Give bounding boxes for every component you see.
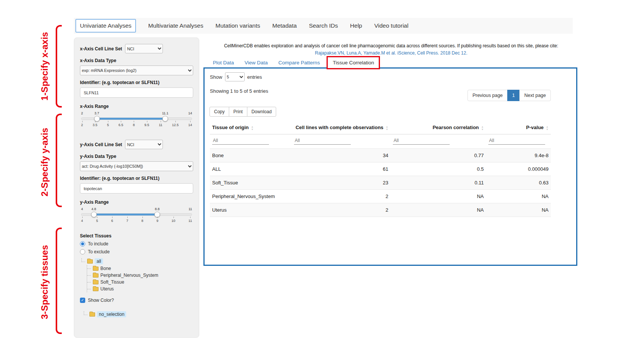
x-axis-data-type-select[interactable]: exp: mRNA Expression (log2) (80, 66, 193, 75)
x-slider-upper-handle[interactable] (162, 116, 168, 122)
table-filter-row (210, 134, 551, 148)
folder-icon (87, 259, 93, 264)
table-row[interactable]: Soft_Tissue 23 0.11 0.63 (210, 176, 551, 189)
tree-node-uterus[interactable]: Uterus (87, 286, 193, 292)
cell-tissue: Bone (210, 148, 292, 162)
cell-pearson: 0.77 (391, 148, 486, 162)
table-row[interactable]: ALL 61 0.5 0.000049 (210, 162, 551, 176)
top-nav: Univariate Analyses Multivariate Analyse… (74, 18, 573, 34)
x-axis-cell-line-set-label: x-Axis Cell Line Set (80, 46, 122, 51)
pearson-filter-input[interactable] (393, 137, 450, 145)
tab-plot-data[interactable]: Plot Data (208, 57, 239, 68)
folder-icon (93, 280, 98, 284)
x-axis-identifier-input[interactable] (80, 87, 193, 98)
tree-node-soft-tissue[interactable]: Soft_Tissue (87, 279, 193, 286)
nav-tab-metadata[interactable]: Metadata (272, 22, 297, 29)
next-page-button[interactable]: Next page (519, 90, 551, 101)
y-axis-range-label: y-Axis Range (80, 200, 193, 205)
include-radio-label: To include (88, 241, 108, 247)
citation-link[interactable]: Rajapakse.VN, Luna.A, Yamade.M et al. iS… (315, 50, 467, 56)
tree-node-all[interactable]: all (81, 257, 193, 265)
p-value-filter-input[interactable] (488, 137, 545, 145)
nav-tab-mutation-variants[interactable]: Mutation variants (216, 22, 260, 29)
y-slider-lower-handle[interactable] (91, 212, 97, 217)
tissues-include-radio[interactable]: To include (80, 241, 193, 247)
table-row[interactable]: Peripheral_Nervous_System 2 NA NA (210, 189, 551, 203)
column-header-p-value[interactable]: P-value (486, 121, 551, 134)
tab-compare-patterns[interactable]: Compare Patterns (273, 57, 325, 68)
nav-tab-univariate-analyses[interactable]: Univariate Analyses (75, 19, 136, 33)
copy-button[interactable]: Copy (209, 107, 229, 117)
cell-count: 34 (292, 148, 391, 162)
checkbox-checked-icon (80, 298, 85, 303)
cell-pearson: NA (391, 203, 486, 217)
table-header-row: Tissue of origin Cell lines with complet… (210, 121, 551, 134)
y-axis-data-type-label: y-Axis Data Type (80, 154, 193, 159)
cell-tissue: Peripheral_Nervous_System (210, 189, 292, 203)
show-color-checkbox[interactable]: Show Color? (80, 298, 193, 303)
correlation-table: Tissue of origin Cell lines with complet… (210, 121, 551, 217)
x-slider-track[interactable] (81, 117, 192, 120)
cell-pearson: 0.5 (391, 162, 486, 176)
show-label: Show (210, 74, 222, 80)
column-header-pearson-correlation[interactable]: Pearson correlation (391, 121, 486, 134)
y-slider-max-label: 11 (189, 207, 192, 211)
y-slider-from-label: 4.8 (91, 207, 96, 211)
print-button[interactable]: Print (229, 107, 247, 117)
x-slider-fill (97, 118, 165, 120)
y-axis-identifier-input[interactable] (80, 183, 193, 193)
nav-tab-search-ids[interactable]: Search IDs (309, 22, 338, 29)
radio-unselected-icon (80, 249, 85, 254)
control-sidebar: x-Axis Cell Line Set NCI x-Axis Data Typ… (74, 37, 199, 338)
nav-tab-multivariate-analyses[interactable]: Multivariate Analyses (148, 22, 203, 29)
y-axis-data-type-select[interactable]: act: Drug Activity (-log10[IC50M]) (80, 161, 193, 171)
previous-page-button[interactable]: Previous page (467, 90, 508, 101)
sort-icon[interactable] (546, 125, 549, 131)
y-axis-cell-line-set-select[interactable]: NCI (125, 140, 163, 149)
cell-p-value: 9.4e-8 (486, 148, 551, 162)
cell-lines-filter-input[interactable] (294, 137, 351, 145)
tree-node-no-selection[interactable]: no_selection (84, 311, 193, 318)
sort-icon[interactable] (251, 125, 254, 131)
tab-view-data[interactable]: View Data (239, 57, 273, 68)
y-slider-fill (94, 214, 157, 215)
y-slider-track[interactable] (81, 213, 192, 216)
column-header-cell-lines[interactable]: Cell lines with complete observations (292, 121, 391, 134)
tab-tissue-correlation[interactable]: Tissue Correlation (328, 57, 379, 68)
tree-node-label: Soft_Tissue (100, 279, 124, 285)
table-row[interactable]: Uterus 2 NA NA (210, 203, 551, 217)
y-slider-ticks: 4 5 6 7 8 9 10 11 (81, 219, 192, 223)
tree-node-bone[interactable]: Bone (87, 265, 193, 272)
show-color-label: Show Color? (88, 298, 114, 303)
download-button[interactable]: Download (247, 107, 276, 117)
page-size-select[interactable]: 5 (225, 72, 245, 81)
selection-tree: no_selection (84, 311, 193, 318)
y-axis-cell-line-set-label: y-Axis Cell Line Set (80, 142, 122, 147)
entries-label: entries (247, 74, 262, 80)
nav-tab-help[interactable]: Help (350, 22, 362, 29)
cell-p-value: 0.000049 (486, 162, 551, 176)
column-label: Cell lines with complete observations (295, 125, 383, 130)
tree-node-peripheral-nervous-system[interactable]: Peripheral_Nervous_System (87, 272, 193, 279)
sort-icon[interactable] (386, 125, 388, 131)
x-axis-cell-line-set-select[interactable]: NCI (125, 44, 163, 53)
x-axis-identifier-label: Identifier: (e.g. topotecan or SLFN11) (80, 80, 193, 85)
tissue-filter-input[interactable] (212, 137, 269, 145)
cell-tissue: Soft_Tissue (210, 176, 292, 189)
tree-connector-icon (81, 258, 85, 262)
x-slider-from-label: 3.7 (94, 111, 99, 115)
pagination: Previous page 1 Next page (468, 90, 551, 101)
column-header-tissue-of-origin[interactable]: Tissue of origin (210, 121, 292, 134)
tissues-exclude-radio[interactable]: To exclude (80, 249, 193, 254)
x-axis-range-label: x-Axis Range (80, 104, 193, 109)
page-1-button[interactable]: 1 (507, 90, 520, 101)
sort-icon[interactable] (481, 125, 484, 131)
tree-node-label: Uterus (100, 286, 114, 292)
cell-p-value: NA (486, 203, 551, 217)
nav-tab-video-tutorial[interactable]: Video tutorial (374, 22, 408, 29)
table-row[interactable]: Bone 34 0.77 9.4e-8 (210, 148, 551, 162)
cell-pearson: NA (391, 189, 486, 203)
annotation-bracket-y-axis (56, 114, 62, 207)
result-tabs: Plot Data View Data Compare Patterns Tis… (208, 56, 380, 69)
x-slider-value-labels: 2 3.7 11.1 14 (81, 111, 192, 116)
